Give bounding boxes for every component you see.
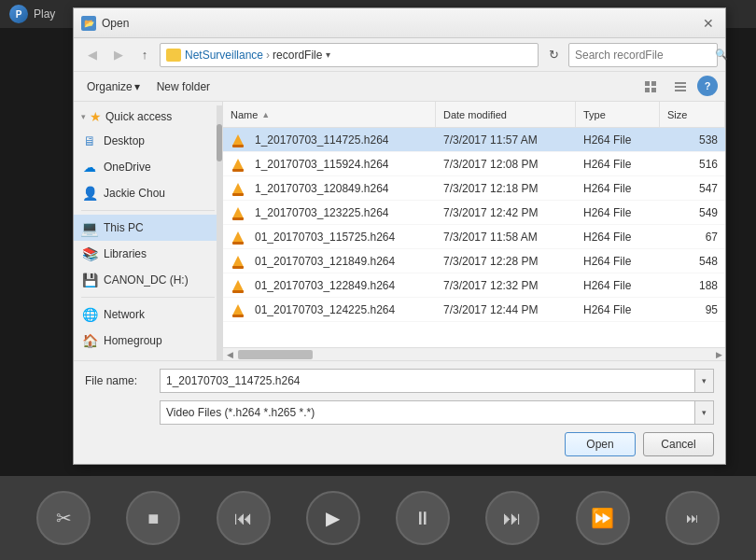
view-change-button[interactable] <box>637 76 664 98</box>
thispc-icon: 💻 <box>81 219 98 236</box>
help-button[interactable]: ? <box>697 76 718 96</box>
homegroup-label: Homegroup <box>104 334 162 347</box>
hscroll-right-button[interactable]: ▶ <box>712 348 725 361</box>
filetype-input[interactable] <box>160 400 695 425</box>
search-input[interactable] <box>575 49 715 62</box>
filename-dropdown-button[interactable]: ▾ <box>695 369 714 393</box>
file-size-cell: 516 <box>660 152 725 175</box>
breadcrumb-dropdown-button[interactable]: ▾ <box>326 49 330 60</box>
stop-button[interactable]: ■ <box>126 491 180 545</box>
fastforward-button[interactable]: ⏩ <box>576 491 630 545</box>
nav-scrollbar[interactable] <box>217 105 222 360</box>
sidebar-item-network[interactable]: 🌐 Network <box>74 301 222 328</box>
col-header-type[interactable]: Type <box>576 102 660 127</box>
file-size-cell: 547 <box>660 176 725 200</box>
dialog-actions: Open Cancel <box>85 432 714 456</box>
hscroll-track[interactable] <box>236 348 712 360</box>
file-name-cell: 01_20170703_115725.h264 <box>223 225 436 248</box>
file-size-cell: 67 <box>660 225 725 248</box>
sidebar-item-libraries[interactable]: 📚 Libraries <box>74 241 222 267</box>
hscroll-left-button[interactable]: ◀ <box>223 348 236 361</box>
svg-rect-2 <box>645 88 650 92</box>
file-type-cell: H264 File <box>576 152 660 175</box>
col-header-date[interactable]: Date modified <box>436 102 576 127</box>
breadcrumb-bar[interactable]: NetSurveillance › recordFile ▾ <box>160 43 539 67</box>
table-row[interactable]: 01_20170703_124225.h264 7/3/2017 12:44 P… <box>223 298 725 322</box>
view-toggle-button[interactable] <box>667 76 693 98</box>
file-name-cell: 01_20170703_122849.h264 <box>223 273 436 297</box>
sidebar-item-jackie[interactable]: 👤 Jackie Chou <box>74 180 222 206</box>
filename-input-wrap: ▾ <box>160 369 714 393</box>
prev-icon: ⏮ <box>234 508 253 529</box>
dialog-close-button[interactable]: ✕ <box>699 14 718 33</box>
nav-section-quick-access[interactable]: ▾ ★ Quick access <box>74 105 222 128</box>
player-logo: P <box>9 5 28 23</box>
table-row[interactable]: 1_20170703_120849.h264 7/3/2017 12:18 PM… <box>223 176 725 201</box>
sidebar-item-onedrive[interactable]: ☁ OneDrive <box>74 154 222 180</box>
sidebar-item-homegroup[interactable]: 🏠 Homegroup <box>74 328 222 354</box>
table-row[interactable]: 1_20170703_114725.h264 7/3/2017 11:57 AM… <box>223 128 725 152</box>
table-row[interactable]: 01_20170703_122849.h264 7/3/2017 12:32 P… <box>223 273 725 298</box>
player-title: Play <box>34 7 55 21</box>
file-name: 1_20170703_115924.h264 <box>255 158 388 171</box>
cancel-button[interactable]: Cancel <box>643 432 714 456</box>
filename-label: File name: <box>85 374 160 387</box>
network-icon: 🌐 <box>81 306 98 323</box>
filename-input[interactable] <box>160 369 695 393</box>
svg-rect-4 <box>675 82 686 84</box>
libraries-icon: 📚 <box>81 245 98 262</box>
filetype-row: ▾ <box>85 400 714 425</box>
file-size-cell: 188 <box>660 273 725 297</box>
table-row[interactable]: 01_20170703_121849.h264 7/3/2017 12:28 P… <box>223 249 725 273</box>
player-controls: ✂ ■ ⏮ ▶ ⏸ ⏭ ⏩ ⏭ <box>0 476 756 560</box>
forward-button[interactable]: ▶ <box>107 44 130 66</box>
next-icon: ⏭ <box>503 508 522 529</box>
refresh-button[interactable]: ↻ <box>542 44 565 66</box>
dialog-titlebar: 📂 Open ✕ <box>74 8 725 38</box>
file-name: 1_20170703_120849.h264 <box>255 182 388 195</box>
table-row[interactable]: 1_20170703_115924.h264 7/3/2017 12:08 PM… <box>223 152 725 176</box>
file-type-cell: H264 File <box>576 176 660 200</box>
dialog-nav-toolbar: ◀ ▶ ↑ NetSurveillance › recordFile ▾ ↻ 🔍 <box>74 38 725 72</box>
file-hscroll: ◀ ▶ <box>223 347 725 360</box>
table-row[interactable]: 1_20170703_123225.h264 7/3/2017 12:42 PM… <box>223 201 725 225</box>
svg-rect-6 <box>675 90 686 91</box>
file-date-cell: 7/3/2017 12:08 PM <box>436 152 576 175</box>
sidebar-item-bandicam[interactable]: 📁 Bandicam Portal <box>74 354 222 360</box>
homegroup-icon: 🏠 <box>81 332 98 349</box>
nav-panel: ▾ ★ Quick access 🖥 Desktop ☁ OneDrive 👤 … <box>74 102 223 360</box>
filetype-dropdown-button[interactable]: ▾ <box>695 400 714 425</box>
sidebar-item-desktop[interactable]: 🖥 Desktop <box>74 128 222 154</box>
sidebar-item-thispc[interactable]: 💻 This PC <box>74 215 222 241</box>
new-folder-button[interactable]: New folder <box>151 76 216 98</box>
file-type-cell: H264 File <box>576 249 660 273</box>
prev-button[interactable]: ⏮ <box>217 491 271 545</box>
file-list-header: Name ▲ Date modified Type Size <box>223 102 725 128</box>
file-name: 01_20170703_115725.h264 <box>255 231 395 244</box>
organize-button[interactable]: Organize ▾ <box>81 76 146 98</box>
col-header-size[interactable]: Size <box>660 102 725 127</box>
col-header-name[interactable]: Name ▲ <box>223 102 436 127</box>
up-button[interactable]: ↑ <box>133 44 156 66</box>
skipend-button[interactable]: ⏭ <box>665 491 720 545</box>
pause-button[interactable]: ⏸ <box>396 491 450 545</box>
view-controls: ? <box>637 76 718 98</box>
svg-rect-0 <box>645 81 650 86</box>
nav-scrollbar-thumb <box>217 124 222 161</box>
file-name-cell: 01_20170703_121849.h264 <box>223 249 436 273</box>
file-name: 01_20170703_122849.h264 <box>255 279 395 292</box>
bandicam-icon: 📁 <box>81 358 98 360</box>
scissor-button[interactable]: ✂ <box>36 491 91 545</box>
play-icon: ▶ <box>326 507 340 529</box>
file-name: 1_20170703_114725.h264 <box>255 133 388 147</box>
table-row[interactable]: 01_20170703_115725.h264 7/3/2017 11:58 A… <box>223 225 725 249</box>
filename-row: File name: ▾ <box>85 369 714 393</box>
play-button[interactable]: ▶ <box>306 491 360 545</box>
sidebar-item-canon[interactable]: 💾 CANON_DC (H:) <box>74 267 222 293</box>
next-button[interactable]: ⏭ <box>485 491 539 545</box>
open-button[interactable]: Open <box>565 432 636 456</box>
back-button[interactable]: ◀ <box>81 44 104 66</box>
dialog-title-icon: 📂 <box>81 16 96 31</box>
breadcrumb-folder-icon <box>166 49 181 62</box>
dialog-main: ▾ ★ Quick access 🖥 Desktop ☁ OneDrive 👤 … <box>74 102 725 360</box>
